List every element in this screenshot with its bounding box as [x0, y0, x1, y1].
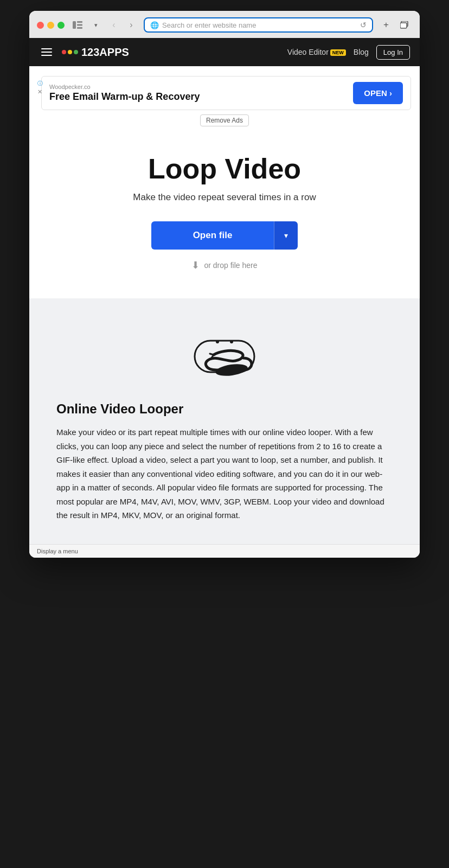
- status-label: Display a menu: [37, 548, 78, 554]
- logo-dot-yellow: [68, 50, 72, 54]
- ad-info-icon[interactable]: ⓘ: [37, 80, 43, 87]
- browser-window: ▾ ‹ › 🌐 ↺ +: [29, 11, 420, 558]
- hamburger-line-3: [41, 55, 52, 56]
- globe-icon: 🌐: [150, 21, 159, 29]
- address-input[interactable]: [162, 21, 357, 29]
- svg-rect-1: [77, 21, 82, 23]
- svg-point-7: [216, 340, 219, 343]
- loop-icon: [189, 331, 260, 385]
- svg-rect-5: [400, 23, 407, 28]
- site-nav: 123APPS Video EditorNEW Blog Log In: [29, 38, 420, 66]
- logo-area: 123APPS: [62, 46, 287, 59]
- traffic-light-yellow[interactable]: [47, 22, 54, 29]
- browser-actions: +: [379, 17, 412, 33]
- open-file-main-button[interactable]: Open file: [151, 221, 274, 250]
- info-section-body: Make your video or its part repeat multi…: [56, 425, 393, 522]
- download-icon: ⬇: [191, 259, 200, 271]
- nav-link-video-editor[interactable]: Video EditorNEW: [287, 48, 346, 56]
- browser-controls: ▾ ‹ ›: [70, 18, 138, 32]
- hero-title: Loop Video: [46, 154, 403, 184]
- ad-text-area: Woodpecker.co Free Email Warm-up & Recov…: [49, 84, 353, 103]
- svg-point-9: [215, 362, 248, 378]
- sidebar-toggle-button[interactable]: [70, 19, 85, 31]
- traffic-light-red[interactable]: [37, 22, 44, 29]
- address-bar: 🌐 ↺: [144, 17, 373, 33]
- ad-source: Woodpecker.co: [49, 84, 353, 90]
- svg-rect-2: [77, 24, 82, 26]
- ad-close-icon[interactable]: ✕: [37, 88, 43, 95]
- ad-banner: ⓘ ✕ Woodpecker.co Free Email Warm-up & R…: [41, 76, 411, 110]
- open-file-container: Open file ▾: [46, 221, 403, 250]
- svg-point-8: [230, 340, 233, 343]
- back-button[interactable]: ‹: [107, 18, 121, 32]
- nav-links: Video EditorNEW Blog Log In: [287, 45, 410, 60]
- svg-rect-3: [77, 27, 82, 29]
- sidebar-chevron-button[interactable]: ▾: [88, 19, 104, 31]
- ad-headline: Free Email Warm-up & Recovery: [49, 91, 353, 103]
- traffic-lights: [37, 22, 65, 29]
- forward-button[interactable]: ›: [124, 18, 138, 32]
- hamburger-line-1: [41, 48, 52, 49]
- nav-link-blog[interactable]: Blog: [354, 48, 369, 56]
- hero-subtitle: Make the video repeat several times in a…: [46, 192, 403, 203]
- hamburger-button[interactable]: [39, 46, 54, 58]
- open-file-button-group: Open file ▾: [151, 221, 298, 250]
- remove-ads-container: Remove Ads: [29, 114, 420, 126]
- ad-open-button[interactable]: OPEN ›: [353, 82, 403, 104]
- hero-section: Loop Video Make the video repeat several…: [29, 132, 420, 298]
- info-section-title: Online Video Looper: [56, 401, 393, 417]
- open-file-dropdown-button[interactable]: ▾: [274, 221, 298, 250]
- svg-rect-0: [73, 21, 76, 29]
- logo-dot-green: [74, 50, 78, 54]
- logo-dots: [62, 50, 78, 54]
- status-bar: Display a menu: [29, 544, 420, 558]
- logo-text: 123APPS: [81, 46, 129, 59]
- login-button[interactable]: Log In: [376, 45, 410, 60]
- loop-icon-container: [56, 331, 393, 385]
- browser-chrome: ▾ ‹ › 🌐 ↺ +: [29, 11, 420, 38]
- new-tab-button[interactable]: +: [379, 17, 394, 33]
- new-badge: NEW: [330, 49, 346, 56]
- drop-area: ⬇ or drop file here: [46, 259, 403, 271]
- remove-ads-button[interactable]: Remove Ads: [200, 114, 249, 126]
- traffic-light-green[interactable]: [57, 22, 65, 29]
- hamburger-line-2: [41, 52, 52, 53]
- drop-label: or drop file here: [204, 261, 257, 270]
- refresh-button[interactable]: ↺: [360, 21, 367, 29]
- info-section: Online Video Looper Make your video or i…: [29, 298, 420, 544]
- tabs-overview-button[interactable]: [397, 17, 412, 33]
- logo-dot-red: [62, 50, 66, 54]
- main-content: ⓘ ✕ Woodpecker.co Free Email Warm-up & R…: [29, 76, 420, 544]
